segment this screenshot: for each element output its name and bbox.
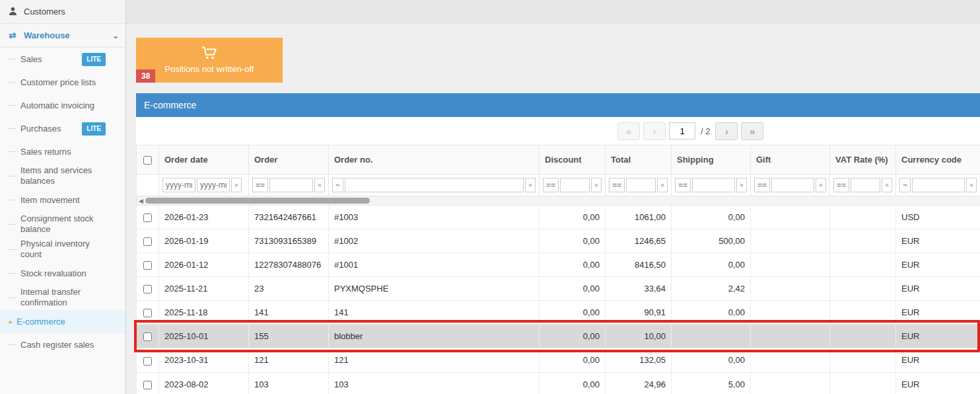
horizontal-scrollbar[interactable]: ◀ <box>137 196 980 205</box>
row-checkbox[interactable] <box>143 357 152 366</box>
sidebar-item-stock-revaluation[interactable]: Stock revaluation <box>0 262 125 285</box>
filter-vat-clear-button[interactable]: × <box>882 178 892 192</box>
positions-not-written-off-button[interactable]: Positions not written-off 38 <box>136 38 283 83</box>
filter-vat-operator: == <box>833 178 849 192</box>
column-shipping[interactable]: Shipping <box>672 145 751 175</box>
table-row[interactable]: 2026-01-12 12278307488076 #1001 0,00 841… <box>137 253 980 277</box>
cell-order-date: 2023-08-02 <box>159 372 249 394</box>
pagination-last-button[interactable]: » <box>741 122 763 140</box>
sidebar-item-label: Internal transfer confirmation <box>20 287 106 308</box>
filter-total-input[interactable] <box>626 178 656 192</box>
row-checkbox[interactable] <box>143 285 152 294</box>
sidebar-item-label: Consignment stock balance <box>20 214 106 235</box>
filter-currency-clear-button[interactable]: × <box>966 178 977 192</box>
cell-shipping <box>672 325 751 348</box>
sidebar-item-sales[interactable]: Sales LITE <box>0 48 125 71</box>
sidebar-item-items-and-services-balances[interactable]: Items and services balances <box>0 163 125 188</box>
table-row[interactable]: 2026-01-19 7313093165389 #1002 0,00 1246… <box>137 229 980 253</box>
column-vat-rate[interactable]: VAT Rate (%) <box>830 145 896 175</box>
cell-total: 8416,50 <box>606 253 672 277</box>
pagination-first-button[interactable]: « <box>617 122 640 140</box>
filter-total-operator: == <box>609 178 625 192</box>
filter-vat-input[interactable] <box>851 178 880 192</box>
filter-order-clear-button[interactable]: × <box>314 178 325 192</box>
sidebar-item-customer-price-lists[interactable]: Customer price lists <box>0 71 125 94</box>
filter-gift-input[interactable] <box>771 178 814 192</box>
table-row[interactable]: 2023-10-31 121 121 0,00 132,05 0,00 EUR <box>137 348 980 372</box>
filter-total-clear-button[interactable]: × <box>657 178 668 192</box>
row-checkbox[interactable] <box>143 309 152 317</box>
column-order-no[interactable]: Order no. <box>329 145 540 175</box>
column-currency-code[interactable]: Currency code <box>896 145 980 175</box>
filter-shipping-operator: == <box>675 178 691 192</box>
table-row[interactable]: 2026-01-23 7321642467661 #1003 0,00 1061… <box>137 206 980 229</box>
cell-vat <box>830 277 896 301</box>
filter-currency-input[interactable] <box>912 178 965 192</box>
column-order[interactable]: Order <box>249 145 329 175</box>
filter-gift-clear-button[interactable]: × <box>816 178 826 192</box>
row-checkbox[interactable] <box>143 381 152 389</box>
lite-badge: LITE <box>82 122 106 136</box>
positions-button-label: Positions not written-off <box>165 64 254 74</box>
sidebar-item-label: Physical inventory count <box>20 239 106 260</box>
scrollbar-thumb[interactable] <box>145 198 370 204</box>
cell-order-date: 2026-01-12 <box>159 253 249 277</box>
pagination-next-button[interactable]: › <box>715 122 738 140</box>
filter-order-input[interactable] <box>269 178 313 192</box>
pagination-page-input[interactable] <box>669 122 695 139</box>
cell-shipping: 500,00 <box>672 229 751 253</box>
sidebar-item-automatic-invoicing[interactable]: Automatic invoicing <box>0 94 125 117</box>
filter-shipping-clear-button[interactable]: × <box>736 178 747 192</box>
table-row[interactable]: 2025-11-21 23 PYXMQSPHE 0,00 33,64 2,42 … <box>137 277 980 301</box>
filter-date-clear-button[interactable]: × <box>231 178 242 192</box>
sidebar-item-warehouse[interactable]: ⇄ Warehouse ⌄ <box>0 24 125 48</box>
sidebar-item-consignment-stock-balance[interactable]: Consignment stock balance <box>0 212 125 237</box>
filter-discount-input[interactable] <box>560 178 590 192</box>
table-row[interactable]: 2023-08-02 103 103 0,00 24,96 5,00 EUR <box>137 372 980 394</box>
filter-shipping-input[interactable] <box>692 178 735 192</box>
sidebar-item-internal-transfer-confirmation[interactable]: Internal transfer confirmation <box>0 285 125 310</box>
table-row[interactable]: 2025-11-18 141 141 0,00 90,91 0,00 EUR <box>137 301 980 325</box>
sidebar-item-label: Cash register sales <box>20 340 94 350</box>
column-gift[interactable]: Gift <box>751 145 830 175</box>
sidebar-item-label: Purchases <box>20 124 61 134</box>
sidebar-item-e-commerce[interactable]: E-commerce <box>0 310 125 333</box>
filter-date-from-input[interactable] <box>162 178 195 192</box>
cell-order: 121 <box>249 348 329 372</box>
cell-currency: EUR <box>896 348 980 372</box>
cell-order-no: 141 <box>329 301 540 325</box>
cell-order: 7321642467661 <box>249 206 329 229</box>
sidebar-item-purchases[interactable]: Purchases LITE <box>0 117 125 140</box>
row-checkbox[interactable] <box>143 333 152 341</box>
horizontal-scrollbar-row: ◀ <box>137 196 980 206</box>
select-all-checkbox[interactable] <box>143 156 152 165</box>
sidebar-item-item-movement[interactable]: Item movement <box>0 188 125 212</box>
cell-vat <box>830 301 896 325</box>
filter-order-no-clear-button[interactable]: × <box>525 178 536 192</box>
scroll-left-arrow-icon[interactable]: ◀ <box>137 198 145 204</box>
sidebar-item-customers[interactable]: Customers <box>0 0 125 24</box>
filter-row: × == × ~ × <box>137 175 980 196</box>
filter-gift-operator: == <box>754 178 770 192</box>
cell-currency: EUR <box>896 253 980 277</box>
cell-total: 24,96 <box>606 372 672 394</box>
column-total[interactable]: Total <box>606 145 672 175</box>
filter-discount-clear-button[interactable]: × <box>591 178 602 192</box>
row-checkbox[interactable] <box>143 237 152 246</box>
table-row-highlighted[interactable]: 2025-10-01 155 blobber 0,00 10,00 EUR <box>137 325 980 348</box>
sidebar-item-physical-inventory-count[interactable]: Physical inventory count <box>0 237 125 262</box>
filter-date-to-input[interactable] <box>197 178 230 192</box>
panel-title: E-commerce <box>144 100 196 110</box>
pagination-prev-button[interactable]: ‹ <box>643 122 666 140</box>
cell-currency: EUR <box>896 229 980 253</box>
filter-order-no-input[interactable] <box>345 178 524 192</box>
sidebar-item-sales-returns[interactable]: Sales returns <box>0 140 125 163</box>
row-checkbox[interactable] <box>143 214 152 222</box>
cell-order-no: 121 <box>329 348 540 372</box>
column-order-date[interactable]: Order date <box>159 145 249 175</box>
row-checkbox[interactable] <box>143 261 152 270</box>
sidebar-item-label: Customer price lists <box>20 77 96 88</box>
cart-icon <box>201 46 217 61</box>
column-discount[interactable]: Discount <box>540 145 606 175</box>
sidebar-item-cash-register-sales[interactable]: Cash register sales <box>0 333 125 356</box>
